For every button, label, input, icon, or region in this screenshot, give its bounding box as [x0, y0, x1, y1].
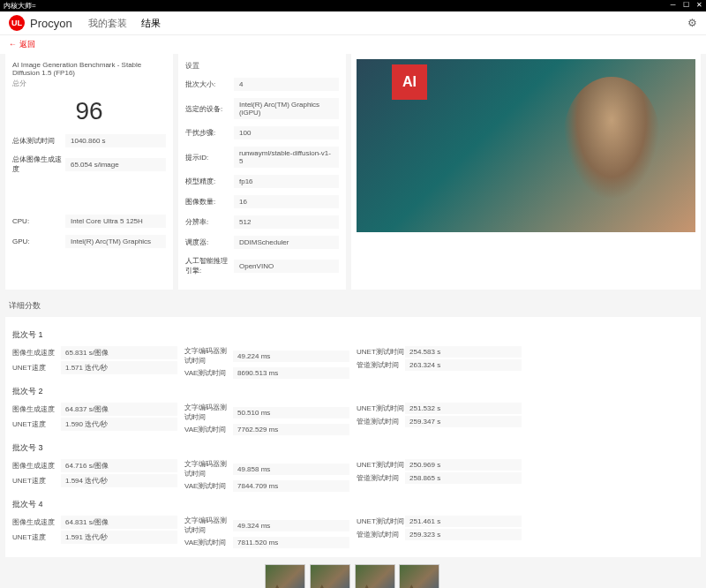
- metric-value: 258.865 s: [405, 472, 522, 484]
- metric-label: 管道测试时间: [357, 530, 405, 539]
- back-link[interactable]: ← 返回: [0, 35, 706, 54]
- settings-title: 设置: [185, 61, 339, 71]
- batch-title: 批次号 4: [12, 499, 694, 510]
- metric-value: 254.583 s: [405, 346, 522, 358]
- setting-value: 4: [234, 78, 339, 91]
- metric-label: VAE测试时间: [184, 481, 233, 491]
- thumbnail-grid: [265, 564, 441, 588]
- setting-value: runwayml/stable-diffusion-v1-5: [234, 147, 339, 168]
- metric-value: 251.532 s: [405, 403, 522, 414]
- metric-value: 7811.520 ms: [233, 537, 349, 548]
- gpu-label: GPU:: [12, 237, 65, 245]
- total-time-label: 总体测试时间: [12, 136, 65, 146]
- metric-value: 259.347 s: [405, 416, 522, 427]
- generated-thumbnail[interactable]: [310, 564, 350, 588]
- hero-image: AI: [355, 57, 697, 234]
- details-panel: 批次号 1 图像生成速度65.831 s/图像 UNET速度1.571 迭代/秒…: [5, 317, 701, 557]
- setting-value: 16: [234, 195, 339, 208]
- metric-value: 7844.709 ms: [233, 480, 349, 492]
- metric-label: UNET速度: [12, 419, 61, 429]
- tab-my-suite[interactable]: 我的套装: [88, 18, 127, 28]
- batch-title: 批次号 2: [12, 386, 694, 397]
- metric-label: 文字编码器测试时间: [184, 516, 233, 535]
- hero-face-graphic: [563, 77, 660, 200]
- metric-label: 管道测试时间: [357, 360, 405, 370]
- app-header: UL Procyon 我的套装 结果 ⚙: [0, 11, 706, 35]
- metric-label: 图像生成速度: [12, 404, 61, 414]
- metric-label: UNET速度: [12, 532, 61, 542]
- hero-panel: AI: [351, 54, 701, 290]
- metric-value: 7762.529 ms: [233, 424, 349, 435]
- setting-value: fp16: [234, 175, 339, 188]
- metric-value: 49.858 ms: [233, 464, 349, 475]
- close-button[interactable]: ✕: [696, 1, 702, 9]
- generated-thumbnail[interactable]: [265, 564, 305, 588]
- ul-logo-icon: UL: [9, 15, 25, 31]
- maximize-button[interactable]: ☐: [683, 1, 689, 9]
- batch-title: 批次号 3: [12, 442, 694, 454]
- details-section-title: 详细分数: [0, 295, 706, 317]
- metric-label: UNET速度: [12, 476, 61, 486]
- setting-label: 调度器:: [185, 237, 234, 247]
- metric-label: 图像生成速度: [12, 517, 61, 527]
- setting-label: 提示ID:: [185, 153, 234, 162]
- metric-label: 文字编码器测试时间: [184, 346, 233, 366]
- metric-value: 251.461 s: [405, 516, 522, 527]
- metric-value: 1.571 迭代/秒: [61, 361, 177, 374]
- ai-badge-icon: AI: [392, 64, 427, 100]
- metric-value: 250.969 s: [405, 459, 522, 471]
- metric-value: 259.323 s: [405, 529, 522, 540]
- total-time-value: 1040.860 s: [65, 134, 166, 147]
- window-title: 内核大师=: [4, 1, 36, 11]
- metric-label: 图像生成速度: [12, 461, 61, 471]
- setting-value: 100: [234, 126, 339, 139]
- setting-value: 512: [234, 215, 339, 229]
- metric-label: UNET速度: [12, 363, 61, 373]
- score-panel: AI Image Generation Benchmark - Stable D…: [5, 54, 173, 290]
- gear-icon[interactable]: ⚙: [687, 17, 697, 29]
- metric-label: 文字编码器测试时间: [184, 459, 233, 479]
- setting-label: 分辨率:: [185, 217, 234, 227]
- generated-thumbnail[interactable]: [399, 564, 439, 588]
- setting-label: 批次大小:: [185, 79, 234, 89]
- metric-label: VAE测试时间: [184, 425, 233, 434]
- metric-label: UNET测试时间: [357, 403, 405, 413]
- window-titlebar: 内核大师= ─ ☐ ✕: [0, 0, 706, 11]
- score-label: 总分: [12, 79, 166, 88]
- setting-value: OpenVINO: [234, 260, 339, 273]
- img-speed-value: 65.054 s/image: [65, 158, 166, 171]
- metric-value: 1.590 迭代/秒: [61, 418, 177, 431]
- nav-tabs: 我的套装 结果: [88, 17, 174, 30]
- window-controls: ─ ☐ ✕: [665, 1, 702, 11]
- setting-label: 图像数量:: [185, 197, 234, 207]
- metric-label: 文字编码器测试时间: [184, 403, 233, 422]
- img-speed-label: 总体图像生成速度: [12, 155, 65, 174]
- batch-title: 批次号 1: [12, 329, 694, 341]
- cpu-value: Intel Core Ultra 5 125H: [65, 215, 166, 228]
- metric-label: 图像生成速度: [12, 348, 61, 358]
- minimize-button[interactable]: ─: [671, 1, 676, 9]
- metric-label: VAE测试时间: [184, 368, 233, 378]
- metric-label: VAE测试时间: [184, 538, 233, 547]
- metric-value: 1.594 迭代/秒: [61, 474, 177, 487]
- cpu-label: CPU:: [12, 217, 65, 225]
- setting-label: 模型精度:: [185, 177, 234, 186]
- metric-value: 49.324 ms: [233, 520, 349, 531]
- metric-value: 263.324 s: [405, 359, 522, 371]
- tab-results[interactable]: 结果: [141, 18, 161, 28]
- gpu-value: Intel(R) Arc(TM) Graphics: [65, 235, 166, 248]
- setting-label: 干扰步骤:: [185, 128, 234, 138]
- metric-value: 50.510 ms: [233, 407, 349, 418]
- settings-panel: 设置 批次大小:4选定的设备:Intel(R) Arc(TM) Graphics…: [178, 54, 346, 290]
- metric-value: 64.716 s/图像: [61, 459, 177, 472]
- metric-label: UNET测试时间: [357, 347, 405, 357]
- benchmark-title: AI Image Generation Benchmark - Stable D…: [12, 61, 166, 77]
- metric-label: UNET测试时间: [357, 460, 405, 470]
- total-score: 96: [12, 97, 166, 125]
- metric-value: 1.591 迭代/秒: [61, 531, 177, 544]
- metric-value: 49.224 ms: [233, 351, 349, 362]
- generated-thumbnail[interactable]: [355, 564, 395, 588]
- metric-label: 管道测试时间: [357, 417, 405, 426]
- metric-value: 65.831 s/图像: [61, 346, 177, 359]
- metric-label: 管道测试时间: [357, 473, 405, 483]
